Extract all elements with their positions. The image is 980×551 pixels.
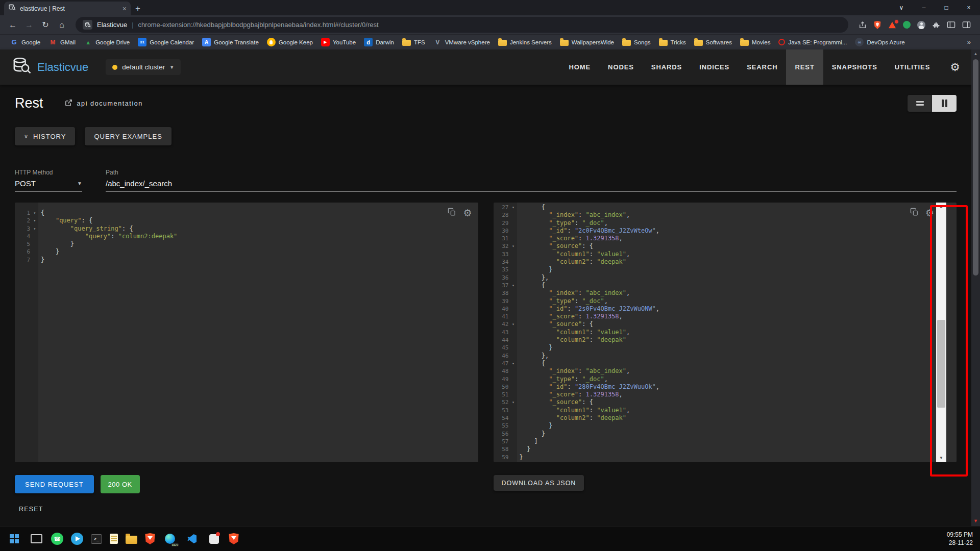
- path-input[interactable]: /abc_index/_search: [106, 179, 957, 192]
- bookmark-google-calendar[interactable]: Google Calendar: [134, 36, 198, 48]
- bookmark-google-translate[interactable]: Google Translate: [199, 36, 262, 48]
- nav-item-snapshots[interactable]: SNAPSHOTS: [823, 49, 886, 85]
- notification-badge: [894, 19, 899, 24]
- terminal-icon[interactable]: [91, 534, 102, 544]
- scrollbar-down-icon[interactable]: ▼: [973, 518, 978, 526]
- start-icon[interactable]: [7, 532, 21, 546]
- folder-icon: [694, 40, 703, 46]
- reading-list-icon[interactable]: [947, 21, 955, 29]
- nav-item-search[interactable]: SEARCH: [738, 49, 786, 85]
- bookmark-devops-azure[interactable]: DevOps Azure: [851, 36, 908, 48]
- bookmark-google[interactable]: Google: [6, 36, 44, 48]
- bookmark-google-drive[interactable]: Google Drive: [80, 36, 133, 48]
- close-icon[interactable]: ×: [958, 0, 980, 15]
- scrollbar-up-icon[interactable]: ▲: [936, 203, 946, 211]
- code-line: 3▾ "query_string": {: [15, 225, 478, 233]
- scrollbar-thumb[interactable]: [937, 320, 945, 408]
- new-tab-button[interactable]: +: [131, 2, 145, 15]
- response-actions: DOWNLOAD AS JSON: [494, 475, 957, 493]
- bookmark-gmail[interactable]: GMail: [45, 36, 79, 48]
- scrollbar-thumb[interactable]: [973, 59, 978, 276]
- response-editor-scrollbar[interactable]: ▲ ▼: [936, 203, 946, 462]
- query-examples-label: QUERY EXAMPLES: [94, 133, 162, 140]
- bookmark-jenkins-servers[interactable]: Jenkins Servers: [495, 37, 555, 47]
- request-body-editor[interactable]: 1▾{2▾ "query": {3▾ "query_string": {4 "q…: [15, 203, 478, 462]
- bookmark-java-se-programmi-[interactable]: Java SE: Programmi...: [775, 37, 850, 47]
- copy-icon[interactable]: [448, 208, 456, 218]
- bookmark-youtube[interactable]: YouTube: [317, 36, 359, 48]
- nav-item-nodes[interactable]: NODES: [599, 49, 643, 85]
- editor-settings-icon[interactable]: ⚙: [463, 208, 472, 218]
- nav-item-rest[interactable]: REST: [786, 49, 823, 85]
- bookmark-label: WallpapersWide: [572, 39, 614, 45]
- reset-button[interactable]: RESET: [15, 503, 47, 516]
- bookmark-softwares[interactable]: Softwares: [691, 37, 736, 47]
- request-code-lines: 1▾{2▾ "query": {3▾ "query_string": {4 "q…: [15, 203, 478, 264]
- cluster-selector[interactable]: default cluster ▼: [106, 59, 181, 75]
- browser-tab[interactable]: elasticvue | Rest ×: [4, 2, 131, 15]
- app-badge-icon[interactable]: [207, 532, 221, 546]
- taskbar-clock[interactable]: 09:55 PM 28-11-22: [947, 531, 980, 547]
- nav-item-utilities[interactable]: UTILITIES: [886, 49, 939, 85]
- file-explorer-icon[interactable]: [126, 536, 137, 544]
- brave-icon[interactable]: [145, 533, 155, 544]
- http-method-label: HTTP Method: [15, 169, 82, 176]
- folder-icon: [659, 40, 668, 46]
- send-request-button[interactable]: SEND REQUEST: [15, 475, 94, 493]
- forward-icon[interactable]: →: [21, 17, 37, 33]
- minimize-icon[interactable]: –: [913, 0, 935, 15]
- vscode-icon[interactable]: [185, 532, 199, 546]
- copy-icon[interactable]: [910, 208, 919, 218]
- brave-2-icon[interactable]: [229, 533, 239, 544]
- bookmark-darwin[interactable]: Darwin: [360, 36, 398, 48]
- download-as-json-button[interactable]: DOWNLOAD AS JSON: [494, 475, 584, 491]
- telegram-icon[interactable]: [71, 533, 83, 545]
- http-method-select[interactable]: POST ▼: [15, 179, 82, 192]
- settings-gear-icon[interactable]: ⚙: [939, 49, 971, 85]
- scrollbar-up-icon[interactable]: ▲: [974, 49, 978, 56]
- task-view-icon[interactable]: [29, 532, 43, 546]
- query-examples-button[interactable]: QUERY EXAMPLES: [85, 127, 171, 145]
- extensions-puzzle-icon[interactable]: [932, 21, 940, 29]
- scrollbar-down-icon[interactable]: ▼: [936, 454, 946, 462]
- browser-scrollbar[interactable]: ▲ ▼: [971, 49, 980, 526]
- brand: Elasticvue: [0, 49, 88, 85]
- maximize-icon[interactable]: □: [935, 0, 958, 15]
- vertical-layout-button[interactable]: [932, 95, 957, 112]
- bookmark-songs[interactable]: Songs: [619, 37, 654, 47]
- tab-search-icon[interactable]: ∨: [890, 0, 913, 15]
- bookmarks-overflow-icon[interactable]: »: [967, 38, 974, 46]
- code-line: 49 "_type": "_doc",: [494, 375, 957, 383]
- brave-rewards-icon[interactable]: [888, 21, 896, 29]
- back-icon[interactable]: ←: [5, 17, 20, 33]
- gdrive-icon: [84, 38, 92, 46]
- bookmark-wallpaperswide[interactable]: WallpapersWide: [556, 37, 618, 47]
- nav-item-home[interactable]: HOME: [560, 49, 600, 85]
- nav-item-shards[interactable]: SHARDS: [643, 49, 691, 85]
- api-documentation-link[interactable]: api documentation: [65, 99, 143, 108]
- edge-dev-icon[interactable]: [163, 532, 177, 546]
- address-bar[interactable]: Elasticvue | chrome-extension://hkedbapj…: [76, 17, 848, 33]
- tab-close-icon[interactable]: ×: [122, 5, 127, 13]
- code-line: 35 }: [494, 266, 957, 273]
- editors-row: 1▾{2▾ "query": {3▾ "query_string": {4 "q…: [15, 203, 957, 462]
- bookmark-tfs[interactable]: TFS: [399, 37, 429, 47]
- share-icon[interactable]: [859, 21, 867, 29]
- reload-icon[interactable]: ↻: [38, 17, 53, 33]
- editor-settings-icon[interactable]: ⚙: [925, 208, 934, 218]
- bookmark-google-keep[interactable]: Google Keep: [263, 36, 316, 48]
- notes-icon[interactable]: [110, 534, 118, 544]
- whatsapp-icon[interactable]: [51, 533, 63, 545]
- history-button[interactable]: ∨ HISTORY: [15, 127, 75, 145]
- extension-profile-icon[interactable]: [917, 21, 925, 29]
- bookmark-tricks[interactable]: Tricks: [655, 37, 690, 47]
- brave-shield-icon[interactable]: [873, 20, 881, 30]
- sidebar-icon[interactable]: [962, 21, 971, 29]
- nav-item-indices[interactable]: INDICES: [691, 49, 738, 85]
- extension-a-icon[interactable]: [903, 21, 911, 29]
- response-body-editor[interactable]: 27▾ {28 "_index": "abc_index",29 "_type"…: [494, 203, 957, 462]
- bookmark-vmware-vsphere[interactable]: VMware vSphere: [430, 36, 494, 48]
- horizontal-layout-button[interactable]: [908, 95, 932, 112]
- home-icon[interactable]: ⌂: [54, 17, 69, 33]
- bookmark-movies[interactable]: Movies: [737, 37, 774, 47]
